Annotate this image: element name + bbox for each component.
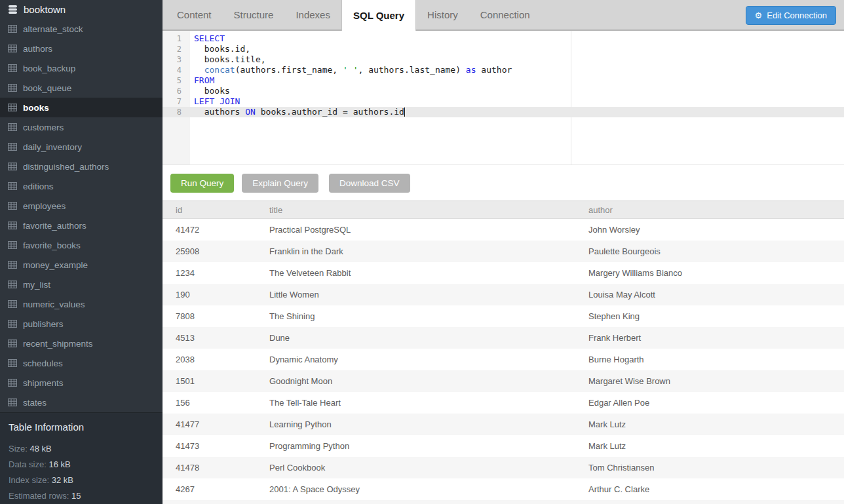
sidebar-item-book_backup[interactable]: book_backup — [0, 58, 163, 78]
info-label: Estimated rows: — [9, 491, 71, 501]
sidebar-item-money_example[interactable]: money_example — [0, 255, 163, 275]
column-header-id[interactable]: id — [163, 205, 256, 215]
sidebar-item-employees[interactable]: employees — [0, 196, 163, 216]
table-row[interactable]: 1501Goodnight MoonMargaret Wise Brown — [163, 370, 844, 392]
table-name-label: employees — [23, 201, 66, 211]
code-line-2[interactable]: 2 books.id, — [163, 44, 844, 54]
cell-title: Learning Python — [256, 419, 575, 429]
cell-title: The Tell-Tale Heart — [256, 398, 575, 408]
code-line-4[interactable]: 4 concat(authors.first_name, ' ', author… — [163, 65, 844, 75]
tabs: ContentStructureIndexesSQL QueryHistoryC… — [166, 0, 541, 29]
sidebar-item-books[interactable]: books — [0, 98, 163, 117]
table-row[interactable]: 1234The Velveteen RabbitMargery Williams… — [163, 262, 844, 284]
sidebar-item-alternate_stock[interactable]: alternate_stock — [0, 19, 163, 39]
table-name-label: money_example — [23, 260, 88, 270]
info-label: Data size: — [9, 459, 48, 469]
text-cursor — [404, 107, 405, 117]
line-number: 2 — [163, 44, 190, 54]
cell-id: 2038 — [163, 355, 256, 364]
cell-id: 41478 — [163, 463, 256, 473]
code-line-1[interactable]: 1SELECT — [163, 33, 844, 44]
code-text: LEFT JOIN — [190, 96, 240, 107]
sidebar-item-daily_inventory[interactable]: daily_inventory — [0, 137, 163, 157]
tab-sql-query[interactable]: SQL Query — [341, 0, 416, 31]
tab-content[interactable]: Content — [166, 0, 223, 29]
sidebar-item-editions[interactable]: editions — [0, 176, 163, 196]
table-row[interactable]: 41477Learning PythonMark Lutz — [163, 414, 844, 435]
database-name: booktown — [24, 4, 66, 15]
code-text: FROM — [190, 75, 214, 86]
table-icon — [8, 241, 17, 249]
run-query-button[interactable]: Run Query — [170, 174, 234, 193]
table-info-row: Size: 48 kB — [9, 441, 163, 457]
cell-title: Dune — [256, 333, 575, 343]
code-line-8[interactable]: 8 authors ON books.author_id = authors.i… — [163, 107, 844, 117]
sidebar-item-recent_shipments[interactable]: recent_shipments — [0, 334, 163, 353]
sidebar-item-states[interactable]: states — [0, 393, 163, 412]
table-row[interactable]: 41473Programming PythonMark Lutz — [163, 435, 844, 457]
tab-history[interactable]: History — [416, 0, 469, 29]
table-row[interactable]: 2038Dynamic AnatomyBurne Hogarth — [163, 349, 844, 370]
info-value: 15 — [71, 491, 81, 501]
database-header[interactable]: booktown — [0, 0, 163, 19]
cell-id: 25908 — [163, 246, 256, 256]
sidebar-item-favorite_authors[interactable]: favorite_authors — [0, 216, 163, 235]
download-csv-button[interactable]: Download CSV — [329, 174, 410, 193]
results-header: idtitleauthor — [163, 201, 844, 219]
tab-structure[interactable]: Structure — [223, 0, 285, 29]
sidebar-item-favorite_books[interactable]: favorite_books — [0, 235, 163, 255]
cell-author: Burne Hogarth — [575, 355, 844, 364]
table-row[interactable]: 190Little WomenLouisa May Alcott — [163, 284, 844, 305]
edit-connection-button[interactable]: ⚙ Edit Connection — [746, 6, 836, 25]
column-header-author[interactable]: author — [575, 205, 844, 215]
sql-editor[interactable]: 1SELECT2 books.id,3 books.title,4 concat… — [163, 31, 844, 165]
sidebar-item-numeric_values[interactable]: numeric_values — [0, 294, 163, 314]
table-row[interactable]: 41478Perl CookbookTom Christiansen — [163, 457, 844, 478]
table-name-label: daily_inventory — [23, 142, 82, 152]
code-text: books.title, — [190, 54, 266, 65]
cell-author: Mark Lutz — [575, 441, 844, 451]
table-icon — [8, 45, 17, 52]
table-icon — [8, 202, 17, 210]
table-icon — [8, 281, 17, 288]
cell-author: Mark Lutz — [575, 419, 844, 429]
table-row[interactable]: 25908Franklin in the DarkPaulette Bourge… — [163, 241, 844, 262]
code-line-3[interactable]: 3 books.title, — [163, 54, 844, 65]
table-row[interactable]: 156The Tell-Tale HeartEdgar Allen Poe — [163, 392, 844, 414]
table-row[interactable]: 42672001: A Space OdysseyArthur C. Clark… — [163, 478, 844, 500]
column-header-title[interactable]: title — [256, 205, 575, 215]
line-number: 8 — [163, 107, 190, 117]
cell-author: John Worsley — [575, 225, 844, 235]
cell-id: 41477 — [163, 419, 256, 429]
cell-id: 156 — [163, 398, 256, 408]
sidebar-item-schedules[interactable]: schedules — [0, 353, 163, 373]
cell-author: Margaret Wise Brown — [575, 376, 844, 386]
table-icon — [8, 104, 17, 111]
code-line-7[interactable]: 7LEFT JOIN — [163, 96, 844, 107]
sidebar-item-publishers[interactable]: publishers — [0, 314, 163, 334]
sidebar-item-my_list[interactable]: my_list — [0, 275, 163, 294]
table-name-label: favorite_books — [23, 241, 81, 250]
explain-query-button[interactable]: Explain Query — [242, 174, 318, 193]
table-row[interactable]: 7808The ShiningStephen King — [163, 305, 844, 327]
code-text: books — [190, 86, 230, 96]
table-icon — [8, 84, 17, 92]
sidebar-item-customers[interactable]: customers — [0, 117, 163, 137]
sidebar-item-book_queue[interactable]: book_queue — [0, 78, 163, 98]
table-list: alternate_stockauthorsbook_backupbook_qu… — [0, 19, 163, 412]
table-name-label: schedules — [23, 359, 63, 368]
line-number: 1 — [163, 33, 190, 44]
tab-indexes[interactable]: Indexes — [284, 0, 341, 29]
table-row[interactable]: 41472Practical PostgreSQLJohn Worsley — [163, 219, 844, 241]
table-row[interactable]: 4513DuneFrank Herbert — [163, 327, 844, 349]
code-line-5[interactable]: 5FROM — [163, 75, 844, 86]
cell-author: Tom Christiansen — [575, 463, 844, 473]
code-line-6[interactable]: 6 books — [163, 86, 844, 96]
tab-connection[interactable]: Connection — [469, 0, 541, 29]
sidebar-item-shipments[interactable]: shipments — [0, 373, 163, 393]
sidebar-item-distinguished_authors[interactable]: distinguished_authors — [0, 157, 163, 176]
code-text: authors ON books.author_id = authors.id — [190, 107, 405, 117]
info-value: 16 kB — [48, 459, 70, 469]
sidebar-item-authors[interactable]: authors — [0, 39, 163, 58]
results-table: idtitleauthor 41472Practical PostgreSQLJ… — [163, 201, 844, 504]
